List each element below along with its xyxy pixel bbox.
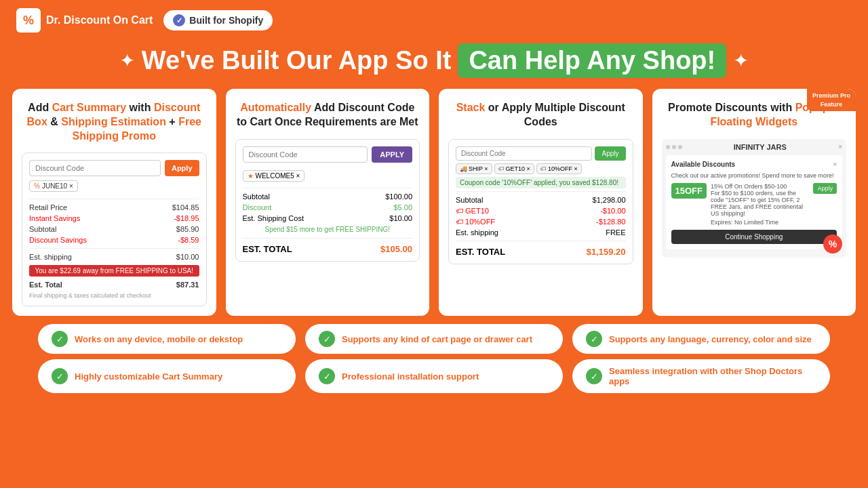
- badge-text-4: Highly customizable Cart Summary: [75, 371, 222, 382]
- card1-savings-row: Instant Savings -$18.95: [29, 213, 199, 224]
- card2-input-row: APPLY: [243, 146, 413, 163]
- card4-nav: INFINITY JARS ×: [666, 143, 843, 151]
- card3-tag-10off: 🏷 10%OFF ×: [536, 163, 582, 174]
- card4-mock: INFINITY JARS × Available Discounts × Ch…: [662, 139, 847, 258]
- badge-integration: ✓ Seamless integration with other Shop D…: [572, 359, 830, 393]
- card3-input-row: Apply: [456, 146, 626, 161]
- continue-shopping-btn[interactable]: Continue Shopping: [671, 230, 837, 244]
- card3-total-row: EST. TOTAL $1,159.20: [456, 244, 626, 257]
- card-cart-summary: Add Cart Summary with Discount Box & Shi…: [12, 89, 216, 316]
- card3-apply-btn[interactable]: Apply: [595, 146, 625, 161]
- card3-saved-bar: Coupon code '10%OFF' applied, you saved …: [456, 177, 626, 188]
- card1-total-value: $87.31: [176, 281, 199, 289]
- card3-tag-ship: 🚚 SHIP ×: [456, 163, 492, 174]
- badges-container: ✓ Works on any device, mobile or dekstop…: [0, 324, 868, 393]
- card2-mock: APPLY ★ WELCOME5 × Subtotal $100.00 Disc…: [235, 139, 420, 262]
- nav-dot-1: [666, 145, 670, 149]
- offer-badge: 15OFF: [671, 183, 707, 199]
- card3-title: Stack or Apply Multiple Discount Codes: [448, 101, 633, 129]
- card3-shipping-row: Est. shipping FREE: [456, 227, 626, 238]
- card3-10off-label: 🏷 10%OFF: [456, 218, 495, 226]
- card3-10off-value: -$128.80: [596, 218, 625, 226]
- card2-apply-btn[interactable]: APPLY: [372, 146, 412, 163]
- nav-dots: [666, 145, 682, 149]
- card3-10off-row: 🏷 10%OFF -$128.80: [456, 216, 626, 227]
- card3-tag-10off-label: 10%OFF ×: [548, 165, 578, 172]
- hero-part1: We've Built Our App So It: [142, 46, 452, 75]
- badge-text-2: Supports any kind of cart page or drawer…: [342, 334, 532, 344]
- card2-shipping-row: Est. Shipping Cost $10.00: [243, 213, 413, 224]
- badge-any-device: ✓ Works on any device, mobile or dekstop: [38, 324, 296, 354]
- float-btn[interactable]: %: [823, 235, 842, 253]
- popup-body: Available Discounts × Check out our acti…: [666, 155, 843, 249]
- badge-check-6: ✓: [586, 368, 602, 384]
- card1-retail-row: Retail Price $104.85: [29, 202, 199, 213]
- card3-total-label: EST. TOTAL: [456, 247, 505, 257]
- card2-total-label: EST. TOTAL: [243, 244, 292, 254]
- card1-discount-value: -$8.59: [178, 236, 199, 244]
- badge-language: ✓ Supports any language, currency, color…: [572, 324, 830, 354]
- get10-icon: 🏷: [498, 165, 505, 172]
- offer-title: 15% Off On Orders $50-100: [711, 183, 810, 190]
- badge-check-3: ✓: [586, 331, 602, 347]
- card3-get10-value: -$10.00: [600, 207, 625, 215]
- card2-tag: ★ WELCOME5 ×: [243, 170, 305, 182]
- card2-total-value: $105.00: [380, 244, 412, 254]
- card3-divider1: [456, 191, 626, 192]
- card1-savings-value: -$18.95: [174, 214, 199, 222]
- badge-check-5: ✓: [319, 368, 335, 384]
- offer-details: 15% Off On Orders $50-100 For $50 to $10…: [711, 183, 810, 226]
- logo-icon: %: [16, 8, 41, 33]
- nav-dot-3: [678, 145, 682, 149]
- card1-total-row: Est. Total $87.31: [29, 279, 199, 290]
- card2-spend-more: Spend $15 more to get FREE SHIPPING!: [243, 224, 413, 235]
- badge-check-1: ✓: [52, 331, 68, 347]
- offer-desc: For $50 to $100 orders, use the code "15…: [711, 190, 810, 217]
- continue-btn-wrapper: Continue Shopping: [671, 230, 837, 244]
- deco-left: ✦: [119, 49, 135, 72]
- popup-subtitle: Check out our active promotions! Spend m…: [671, 172, 837, 179]
- card1-shipping-value: $10.00: [176, 253, 199, 261]
- 10off-icon: 🏷: [540, 165, 547, 172]
- card1-savings-label: Instant Savings: [29, 214, 80, 222]
- card3-tag-ship-label: SHIP ×: [469, 165, 488, 172]
- card1-discount-row: Discount Savings -$8.59: [29, 235, 199, 245]
- offer-expires: Expires: No Limited Time: [711, 219, 810, 226]
- popup-available-title: Available Discounts: [671, 161, 736, 168]
- card2-tag-label: WELCOME5 ×: [256, 172, 300, 180]
- logo-text: Dr. Discount On Cart: [46, 14, 153, 26]
- card3-total-value: $1,159.20: [587, 247, 626, 257]
- check-icon: ✓: [173, 14, 185, 26]
- card2-divider2: [243, 238, 413, 239]
- card1-retail-value: $104.85: [172, 203, 199, 211]
- card-popup-widget: Premium ProFeature Promote Discounts wit…: [652, 89, 856, 316]
- card1-tag-label: JUNE10 ×: [42, 182, 73, 190]
- card1-title: Add Cart Summary with Discount Box & Shi…: [22, 101, 207, 143]
- card2-subtotal-label: Subtotal: [243, 192, 270, 201]
- card-stack-codes: Stack or Apply Multiple Discount Codes A…: [439, 89, 643, 316]
- card3-subtotal-label: Subtotal: [456, 196, 483, 204]
- badge-installation: ✓ Professional installation support: [305, 359, 563, 393]
- card1-total-label: Est. Total: [29, 281, 62, 289]
- tag-percent-icon: %: [34, 182, 40, 190]
- card2-title: Automatically Add Discount Code to Cart …: [235, 101, 420, 129]
- shopify-badge: ✓ Built for Shopify: [163, 10, 273, 30]
- card2-subtotal-value: $100.00: [385, 192, 412, 201]
- card3-discount-input[interactable]: [456, 146, 592, 161]
- card2-subtotal-row: Subtotal $100.00: [243, 191, 413, 202]
- badge-text-6: Seamless integration with other Shop Doc…: [609, 366, 816, 386]
- nav-dot-2: [672, 145, 676, 149]
- card2-shipping-value: $10.00: [389, 214, 412, 222]
- card3-subtotal-row: Subtotal $1,298.00: [456, 195, 626, 205]
- card3-divider2: [456, 241, 626, 241]
- card2-discount-input[interactable]: [243, 146, 368, 163]
- offer-apply-btn[interactable]: Apply: [813, 183, 837, 194]
- card2-discount-row: Discount $5.00: [243, 202, 413, 213]
- card1-apply-btn[interactable]: Apply: [165, 160, 199, 176]
- badge-customizable: ✓ Highly customizable Cart Summary: [38, 359, 296, 393]
- deco-right: ✦: [733, 49, 749, 72]
- card2-total-row: EST. TOTAL $105.00: [243, 241, 413, 254]
- card1-shipping-label: Est. shipping: [29, 253, 72, 261]
- logo: % Dr. Discount On Cart: [16, 8, 153, 33]
- card1-discount-input[interactable]: [29, 160, 161, 176]
